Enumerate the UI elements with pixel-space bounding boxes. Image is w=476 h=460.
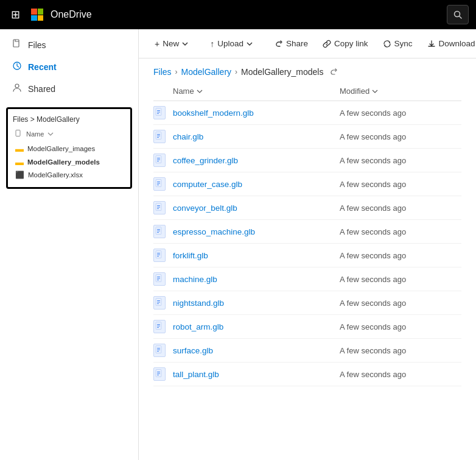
file-name[interactable]: nightstand.glb	[173, 299, 340, 308]
preview-row-images[interactable]: ▬ ModelGallery_images	[15, 142, 123, 155]
preview-sort-icon	[47, 132, 54, 136]
modified-sort-icon	[372, 89, 378, 94]
file-name[interactable]: chair.glb	[173, 132, 340, 141]
svg-rect-8	[157, 112, 160, 113]
files-icon	[12, 39, 22, 51]
preview-header-icon	[15, 130, 23, 138]
preview-xlsx-label: ModelGallery.xlsx	[28, 171, 83, 179]
share-label: Share	[286, 39, 308, 48]
sidebar: Files Recent Shared Files > ModelGallery…	[0, 29, 139, 460]
table-row[interactable]: nightstand.glb A few seconds ago	[153, 291, 461, 315]
table-row[interactable]: robot_arm.glb A few seconds ago	[153, 315, 461, 339]
sidebar-item-recent[interactable]: Recent	[0, 56, 138, 78]
share-icon	[275, 40, 283, 48]
file-icon-cell	[153, 225, 173, 238]
svg-rect-24	[157, 207, 160, 208]
column-name-header[interactable]: Name	[173, 87, 340, 96]
toolbar: + New ↑ Upload Share Copy link Sync	[139, 29, 476, 58]
search-button[interactable]	[447, 5, 469, 24]
breadcrumb-sep-1: ›	[175, 68, 178, 76]
svg-rect-49	[157, 351, 159, 352]
copylink-button[interactable]: Copy link	[317, 35, 374, 52]
table-row[interactable]: tall_plant.glb A few seconds ago	[153, 363, 461, 386]
preview-list-header: Name	[15, 130, 123, 138]
excel-icon: ⬛	[15, 171, 24, 179]
sidebar-files-label: Files	[28, 40, 46, 50]
breadcrumb-files[interactable]: Files	[153, 67, 172, 77]
breadcrumb-modelgallery[interactable]: ModelGallery	[181, 67, 231, 77]
table-row[interactable]: forklift.glb A few seconds ago	[153, 244, 461, 267]
file-rows-container: bookshelf_modern.glb A few seconds ago c…	[153, 101, 461, 386]
file-name[interactable]: conveyor_belt.glb	[173, 203, 340, 213]
file-name[interactable]: tall_plant.glb	[173, 370, 340, 379]
table-row[interactable]: espresso_machine.glb A few seconds ago	[153, 220, 461, 244]
file-name[interactable]: forklift.glb	[173, 251, 340, 260]
glb-icon	[153, 344, 166, 357]
svg-rect-45	[157, 327, 159, 328]
preview-row-xlsx[interactable]: ⬛ ModelGallery.xlsx	[15, 169, 123, 181]
new-button[interactable]: + New	[149, 35, 194, 52]
file-list: Name Modified bookshelf_moder	[139, 82, 476, 460]
table-row[interactable]: machine.glb A few seconds ago	[153, 267, 461, 291]
column-modified-label: Modified	[340, 87, 369, 96]
folder-icon-models: ▬	[15, 157, 24, 167]
file-name[interactable]: surface.glb	[173, 346, 340, 355]
ms-logo-icon	[31, 9, 43, 21]
upload-button[interactable]: ↑ Upload	[204, 35, 259, 52]
file-name[interactable]: coffee_grinder.glb	[173, 156, 340, 165]
breadcrumb-sep-2: ›	[235, 68, 237, 76]
glb-icon	[153, 367, 166, 381]
table-row[interactable]: bookshelf_modern.glb A few seconds ago	[153, 101, 461, 125]
table-row[interactable]: conveyor_belt.glb A few seconds ago	[153, 196, 461, 220]
share-button[interactable]: Share	[268, 35, 314, 52]
svg-rect-47	[157, 348, 160, 349]
download-button[interactable]: Download	[421, 35, 476, 52]
svg-rect-9	[157, 113, 159, 114]
column-name-label: Name	[173, 87, 194, 96]
glb-icon	[153, 154, 166, 167]
sync-label: Sync	[394, 39, 413, 48]
svg-rect-27	[157, 229, 160, 230]
table-row[interactable]: surface.glb A few seconds ago	[153, 339, 461, 363]
svg-point-4	[15, 84, 19, 88]
shared-icon	[12, 83, 22, 95]
file-icon-cell	[153, 272, 173, 286]
table-row[interactable]: computer_case.glb A few seconds ago	[153, 172, 461, 196]
file-name[interactable]: espresso_machine.glb	[173, 227, 340, 236]
file-name[interactable]: robot_arm.glb	[173, 322, 340, 331]
sync-button[interactable]: Sync	[377, 35, 419, 52]
file-name[interactable]: machine.glb	[173, 275, 340, 284]
sidebar-item-files[interactable]: Files	[0, 34, 138, 56]
svg-rect-7	[157, 110, 160, 111]
preview-images-label: ModelGallery_images	[27, 145, 95, 152]
svg-rect-52	[157, 373, 160, 374]
topbar: ⊞ OneDrive	[0, 0, 476, 29]
table-row[interactable]: coffee_grinder.glb A few seconds ago	[153, 149, 461, 172]
breadcrumb-share-icon[interactable]	[329, 68, 338, 76]
breadcrumb: Files › ModelGallery › ModelGallery_mode…	[139, 58, 476, 82]
svg-rect-12	[157, 136, 160, 136]
file-modified: A few seconds ago	[340, 370, 461, 379]
upload-chevron-icon	[247, 41, 253, 46]
file-modified: A few seconds ago	[340, 156, 461, 165]
waffle-icon[interactable]: ⊞	[7, 4, 24, 25]
preview-card: Files > ModelGallery Name ▬ ModelGallery…	[6, 107, 132, 189]
file-modified: A few seconds ago	[340, 275, 461, 284]
svg-rect-16	[157, 160, 160, 160]
file-icon-cell	[153, 106, 173, 119]
folder-icon-images: ▬	[15, 144, 24, 154]
table-row[interactable]: chair.glb A few seconds ago	[153, 125, 461, 149]
breadcrumb-current: ModelGallery_models	[241, 67, 323, 77]
download-icon	[427, 40, 436, 48]
preview-file-list: Name ▬ ModelGallery_images ▬ ModelGaller…	[13, 130, 125, 181]
column-modified-header[interactable]: Modified	[340, 87, 461, 96]
file-name[interactable]: computer_case.glb	[173, 180, 340, 189]
search-icon	[453, 10, 462, 19]
file-name[interactable]: bookshelf_modern.glb	[173, 108, 340, 118]
upload-label: Upload	[217, 39, 243, 48]
download-label: Download	[439, 39, 475, 48]
preview-row-models[interactable]: ▬ ModelGallery_models	[15, 155, 123, 169]
file-icon-cell	[153, 296, 173, 310]
upload-icon: ↑	[210, 39, 214, 49]
sidebar-item-shared[interactable]: Shared	[0, 78, 138, 100]
